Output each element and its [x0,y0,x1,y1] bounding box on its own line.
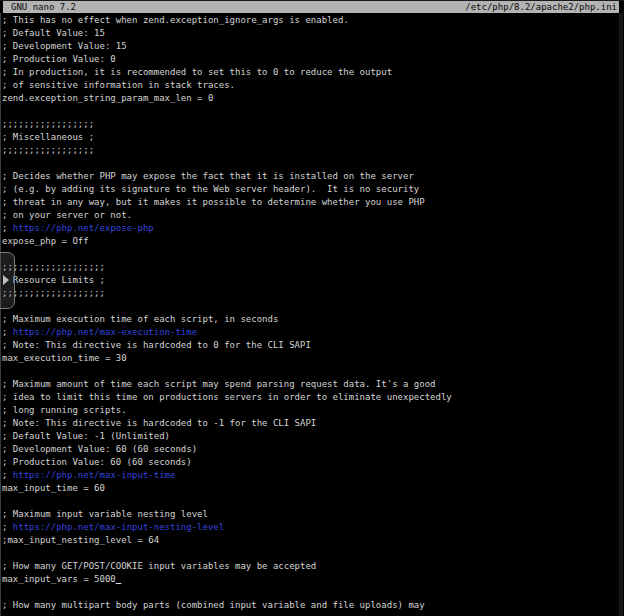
terminal-screen: GNU nano 7.2 /etc/php/8.2/apache2/php.in… [0,0,624,616]
line-text: ; Decides whether PHP may expose the fac… [2,171,414,181]
line-text: ; How many multipart body parts (combine… [2,600,425,610]
line-text: ; Default Value: 15 [2,28,105,38]
editor-line: ; Maximum execution time of each script,… [2,313,624,326]
editor-line [2,105,624,118]
editor-line: ; long running scripts. [2,404,624,417]
line-text: expose_php = Off [2,236,89,246]
editor-line: ;;;;;;;;;;;;;;;;; [2,118,624,131]
editor-line: max_execution_time = 30 [2,352,624,365]
editor-line: ; Maximum amount of time each script may… [2,378,624,391]
editor-line: max_input_vars = 5000_ [2,573,624,586]
app-version-label: GNU nano 7.2 [11,1,76,13]
editor-line [2,365,624,378]
line-text: ; Maximum execution time of each script,… [2,314,278,324]
line-text: ;;;;;;;;;;;;;;;;; [2,119,94,129]
line-text: ; This has no effect when zend.exception… [2,15,349,25]
editor-line: ; Production Value: 0 [2,53,624,66]
line-text: ; idea to limit this time on productions… [2,392,452,402]
line-text: ;max_input_nesting_level = 64 [2,535,159,545]
editor-line: ; In production, it is recommended to se… [2,66,624,79]
editor-line: ; threat in any way, but it makes it pos… [2,196,624,209]
editor-line: ; How many multipart body parts (combine… [2,599,624,612]
editor-line: ; https://php.net/max-input-time [2,469,624,482]
editor-line: ; Default Value: -1 (Unlimited) [2,430,624,443]
editor-line: ; on your server or not. [2,209,624,222]
line-text: ; Note: This directive is hardcoded to 0… [2,340,311,350]
editor-line: ; Miscellaneous ; [2,131,624,144]
editor-line: zend.exception_string_param_max_len = 0 [2,92,624,105]
editor-line [2,547,624,560]
line-text: ; Miscellaneous ; [2,132,94,142]
comment-prefix: ; [2,223,13,233]
line-text: ; of sensitive information in stack trac… [2,80,235,90]
editor-line [2,248,624,261]
line-text: ; long running scripts. [2,405,127,415]
editor-line: ; This has no effect when zend.exception… [2,14,624,27]
line-text: max_execution_time = 30 [2,353,127,363]
editor-line [2,586,624,599]
editor-line: ;;;;;;;;;;;;;;;;;;; [2,261,624,274]
editor-line: ; Default Value: 15 [2,27,624,40]
line-text: ;;;;;;;;;;;;;;;;;;; [2,288,105,298]
editor-line: ; How many GET/POST/COOKIE input variabl… [2,560,624,573]
editor-line: ; (e.g. by adding its signature to the W… [2,183,624,196]
position-marker-icon [3,275,9,285]
nano-titlebar: GNU nano 7.2 /etc/php/8.2/apache2/php.in… [3,1,619,13]
editor-line: ; Maximum input variable nesting level [2,508,624,521]
line-text: ; Development Value: 15 [2,41,127,51]
editor-line: ; Note: This directive is hardcoded to -… [2,417,624,430]
php-doc-link[interactable]: https://php.net/max-input-nesting-level [13,522,224,532]
line-text: ; How many GET/POST/COOKIE input variabl… [2,561,316,571]
editor-line [2,300,624,313]
editor-line: ; Decides whether PHP may expose the fac… [2,170,624,183]
line-text: ; In production, it is recommended to se… [2,67,392,77]
editor-line: ; https://php.net/max-input-nesting-leve… [2,521,624,534]
window-edge-left [0,13,1,616]
editor-line: ; https://php.net/expose-php [2,222,624,235]
editor-line: expose_php = Off [2,235,624,248]
editor-line: ; Production Value: 60 (60 seconds) [2,456,624,469]
file-path-label: /etc/php/8.2/apache2/php.ini [465,1,617,13]
editor-line: ;;;;;;;;;;;;;;;;; [2,144,624,157]
line-text: max_input_time = 60 [2,483,105,493]
comment-prefix: ; [2,522,13,532]
line-text: ;;;;;;;;;;;;;;;;; [2,145,94,155]
editor-line [2,495,624,508]
text-cursor: _ [116,574,121,584]
line-text: ; Maximum input variable nesting level [2,509,208,519]
line-text: ; Default Value: -1 (Unlimited) [2,431,170,441]
line-text: max_input_vars = 5000 [2,574,116,584]
editor-line: ;max_input_nesting_level = 64 [2,534,624,547]
line-text: ; (e.g. by adding its signature to the W… [2,184,419,194]
php-doc-link[interactable]: https://php.net/expose-php [13,223,154,233]
line-text: ; on your server or not. [2,210,132,220]
php-doc-link[interactable]: https://php.net/max-execution-time [13,327,197,337]
line-text: ; Production Value: 0 [2,54,116,64]
editor-line: ; Development Value: 15 [2,40,624,53]
editor-line: ;;;;;;;;;;;;;;;;;;; [2,287,624,300]
line-text: ; threat in any way, but it makes it pos… [2,197,425,207]
editor-line [2,157,624,170]
scroll-position-indicator [0,252,15,309]
editor-line: ; Note: This directive is hardcoded to 0… [2,339,624,352]
line-text: ; Note: This directive is hardcoded to -… [2,418,316,428]
editor-line: ; idea to limit this time on productions… [2,391,624,404]
editor-lines: ; This has no effect when zend.exception… [2,14,624,612]
line-text: ; Production Value: 60 (60 seconds) [2,457,192,467]
editor-text-area[interactable]: ; This has no effect when zend.exception… [2,14,624,616]
line-text: ; Maximum amount of time each script may… [2,379,435,389]
editor-line: max_input_time = 60 [2,482,624,495]
scrollbar-track [619,13,623,616]
line-text: ; Development Value: 60 (60 seconds) [2,444,197,454]
comment-prefix: ; [2,327,13,337]
line-text: ; Resource Limits ; [2,275,105,285]
editor-line: ; Resource Limits ; [2,274,624,287]
php-doc-link[interactable]: https://php.net/max-input-time [13,470,176,480]
comment-prefix: ; [2,470,13,480]
editor-line: ; Development Value: 60 (60 seconds) [2,443,624,456]
editor-line: ; of sensitive information in stack trac… [2,79,624,92]
line-text: ;;;;;;;;;;;;;;;;;;; [2,262,105,272]
line-text: zend.exception_string_param_max_len = 0 [2,93,213,103]
editor-line: ; https://php.net/max-execution-time [2,326,624,339]
